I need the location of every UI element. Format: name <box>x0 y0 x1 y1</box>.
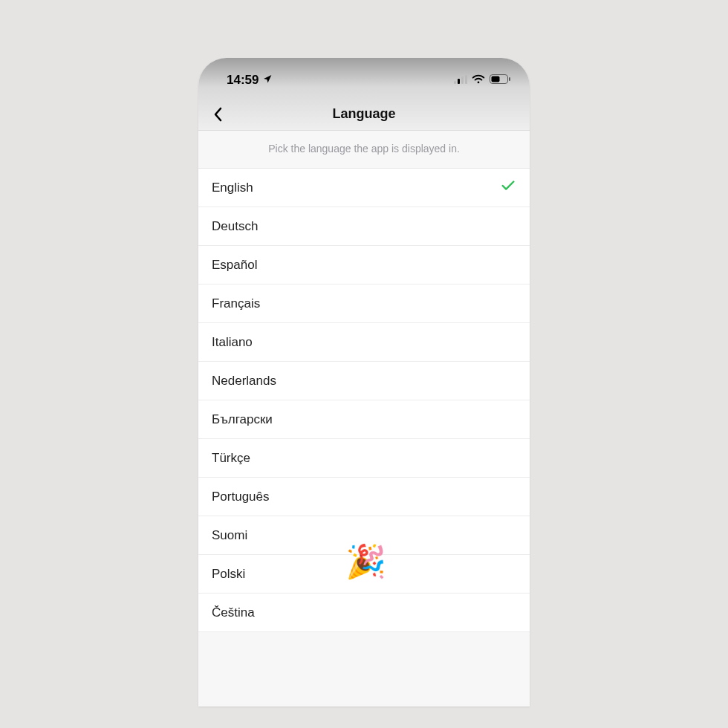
language-label: Français <box>212 296 260 311</box>
svg-rect-3 <box>465 75 467 84</box>
battery-icon <box>490 73 510 88</box>
language-option[interactable]: Italiano <box>198 323 530 362</box>
page-title: Language <box>332 106 395 122</box>
svg-rect-6 <box>509 77 510 81</box>
list-footer-space <box>198 632 530 706</box>
language-label: Suomi <box>212 528 247 543</box>
language-option[interactable]: Nederlands <box>198 362 530 400</box>
header-gradient: 14:59 <box>198 58 530 131</box>
language-label: Čeština <box>212 605 255 620</box>
chevron-left-icon <box>212 107 223 122</box>
language-option[interactable]: Español <box>198 246 530 285</box>
language-option[interactable]: Português <box>198 478 530 516</box>
status-time: 14:59 <box>227 73 259 88</box>
status-left: 14:59 <box>218 73 273 88</box>
language-label: Español <box>212 258 257 273</box>
language-option[interactable]: Suomi <box>198 516 530 555</box>
language-label: Português <box>212 490 270 504</box>
language-option[interactable]: Čeština <box>198 594 530 632</box>
cellular-icon <box>454 73 467 88</box>
status-right <box>454 73 510 88</box>
language-option[interactable]: Français <box>198 285 530 323</box>
checkmark-icon <box>500 178 516 198</box>
language-option[interactable]: English <box>198 169 530 207</box>
language-label: Български <box>212 412 273 427</box>
language-label: Polski <box>212 567 245 582</box>
language-label: Deutsch <box>212 219 258 234</box>
svg-rect-0 <box>454 81 456 84</box>
subheader-text: Pick the language the app is displayed i… <box>198 131 530 169</box>
nav-bar: Language <box>198 98 530 131</box>
phone-frame: 14:59 <box>198 58 530 706</box>
language-label: English <box>212 181 253 195</box>
language-label: Nederlands <box>212 374 276 389</box>
status-bar: 14:59 <box>198 58 530 98</box>
language-option[interactable]: Polski <box>198 555 530 594</box>
language-option[interactable]: Български <box>198 400 530 439</box>
language-option[interactable]: Türkçe <box>198 439 530 478</box>
svg-rect-2 <box>461 77 464 84</box>
language-option[interactable]: Deutsch <box>198 207 530 246</box>
svg-rect-1 <box>458 79 460 84</box>
svg-rect-5 <box>492 77 500 82</box>
language-label: Italiano <box>212 335 253 350</box>
language-list: EnglishDeutschEspañolFrançaisItalianoNed… <box>198 169 530 632</box>
back-button[interactable] <box>206 103 230 126</box>
wifi-icon <box>472 73 485 88</box>
language-label: Türkçe <box>212 451 250 466</box>
location-icon <box>263 73 273 88</box>
